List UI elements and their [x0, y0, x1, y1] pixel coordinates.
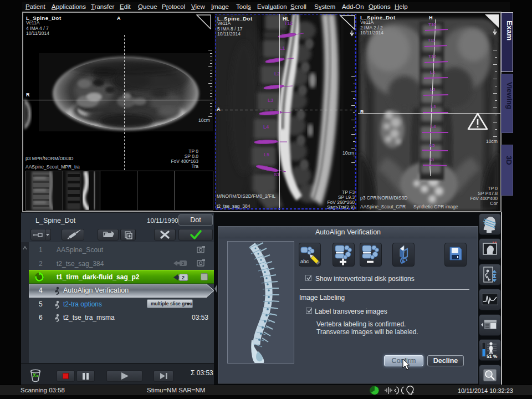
svg-text:L1: L1	[430, 70, 436, 75]
svg-text:S1: S1	[429, 157, 434, 162]
svg-text:L2: L2	[274, 71, 280, 76]
svg-text:T10: T10	[428, 22, 436, 27]
svg-text:L3: L3	[431, 104, 436, 109]
svg-text:T12: T12	[428, 54, 436, 59]
svg-text:L1: L1	[279, 45, 285, 51]
svg-text:2: 2	[182, 275, 185, 280]
svg-text:L5: L5	[429, 143, 435, 148]
svg-text:51 %: 51 %	[487, 354, 498, 359]
svg-text:L2: L2	[430, 87, 436, 92]
svg-text:abc: abc	[300, 258, 309, 264]
svg-text:S1: S1	[274, 172, 280, 177]
svg-text:L3: L3	[268, 98, 273, 103]
svg-text:L4: L4	[431, 124, 436, 129]
svg-text:L5: L5	[264, 152, 269, 157]
svg-text:L4: L4	[263, 124, 269, 130]
svg-text:2: 2	[182, 261, 185, 266]
svg-text:T11: T11	[428, 38, 436, 43]
